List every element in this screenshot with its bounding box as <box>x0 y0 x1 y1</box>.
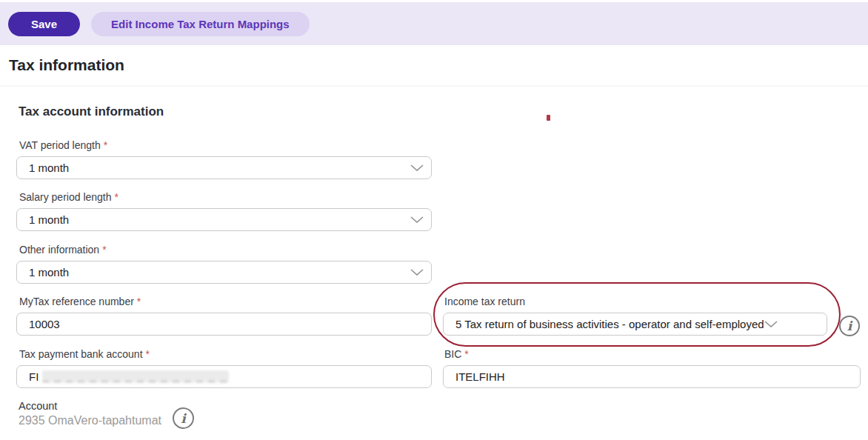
field-tax-payment-bank-account: Tax payment bank account* FI <box>16 348 432 388</box>
chevron-down-icon <box>410 269 424 276</box>
field-vat-period-length: VAT period length* 1 month <box>16 139 432 179</box>
account-value: 2935 OmaVero-tapahtumat <box>19 414 161 427</box>
bic-input[interactable] <box>443 365 861 388</box>
label-text: MyTax reference number <box>19 296 134 307</box>
toolbar: Save Edit Income Tax Return Mappings <box>0 2 868 45</box>
selected-value: 1 month <box>29 213 69 226</box>
required-asterisk: * <box>102 244 106 256</box>
info-icon[interactable]: i <box>839 316 860 336</box>
redacted-bank-account-blur <box>42 370 229 383</box>
label-text: BIC <box>444 348 461 360</box>
save-button[interactable]: Save <box>8 12 80 36</box>
mytax-reference-number-label: MyTax reference number* <box>19 296 432 307</box>
other-information-select[interactable]: 1 month <box>16 261 432 284</box>
chevron-down-icon <box>764 321 778 327</box>
account-label: Account <box>19 400 161 412</box>
required-asterisk: * <box>115 191 118 203</box>
salary-period-length-label: Salary period length* <box>19 191 432 203</box>
tax-payment-bank-account-label: Tax payment bank account* <box>19 348 432 360</box>
mytax-reference-number-input[interactable] <box>16 313 432 336</box>
section-title: Tax account information <box>19 104 164 119</box>
selected-value: 1 month <box>29 161 69 174</box>
info-icon[interactable]: i <box>173 407 194 429</box>
edit-income-tax-return-mappings-button[interactable]: Edit Income Tax Return Mappings <box>91 12 310 36</box>
vat-period-length-label: VAT period length* <box>19 139 432 151</box>
annotation-mark <box>547 115 550 121</box>
header-divider <box>0 85 868 87</box>
required-asterisk: * <box>104 139 107 151</box>
vat-period-length-select[interactable]: 1 month <box>16 156 432 179</box>
required-asterisk: * <box>464 348 468 360</box>
bank-account-prefix: FI <box>29 370 39 383</box>
tax-payment-bank-account-input[interactable]: FI <box>16 365 432 388</box>
label-text: Salary period length <box>19 191 112 203</box>
income-tax-return-label: Income tax return <box>444 296 827 307</box>
field-bic: BIC* <box>443 348 861 388</box>
bic-label: BIC* <box>444 348 861 360</box>
field-mytax-reference-number: MyTax reference number* <box>16 296 432 336</box>
label-text: Income tax return <box>444 296 525 307</box>
selected-value: 1 month <box>29 266 69 279</box>
field-salary-period-length: Salary period length* 1 month <box>16 191 432 231</box>
label-text: Tax payment bank account <box>19 348 143 360</box>
income-tax-return-select[interactable]: 5 Tax return of business activities - op… <box>443 313 827 336</box>
required-asterisk: * <box>137 296 141 307</box>
required-asterisk: * <box>146 348 150 360</box>
field-income-tax-return: Income tax return 5 Tax return of busine… <box>443 296 827 336</box>
chevron-down-icon <box>410 216 424 223</box>
chevron-down-icon <box>410 164 424 171</box>
field-account: Account 2935 OmaVero-tapahtumat <box>19 400 161 427</box>
selected-value: 5 Tax return of business activities - op… <box>455 318 764 330</box>
label-text: Other information <box>19 244 99 256</box>
label-text: VAT period length <box>19 139 101 151</box>
salary-period-length-select[interactable]: 1 month <box>16 208 432 231</box>
other-information-label: Other information* <box>19 244 432 256</box>
page-title: Tax information <box>9 56 124 74</box>
field-other-information: Other information* 1 month <box>16 244 432 284</box>
